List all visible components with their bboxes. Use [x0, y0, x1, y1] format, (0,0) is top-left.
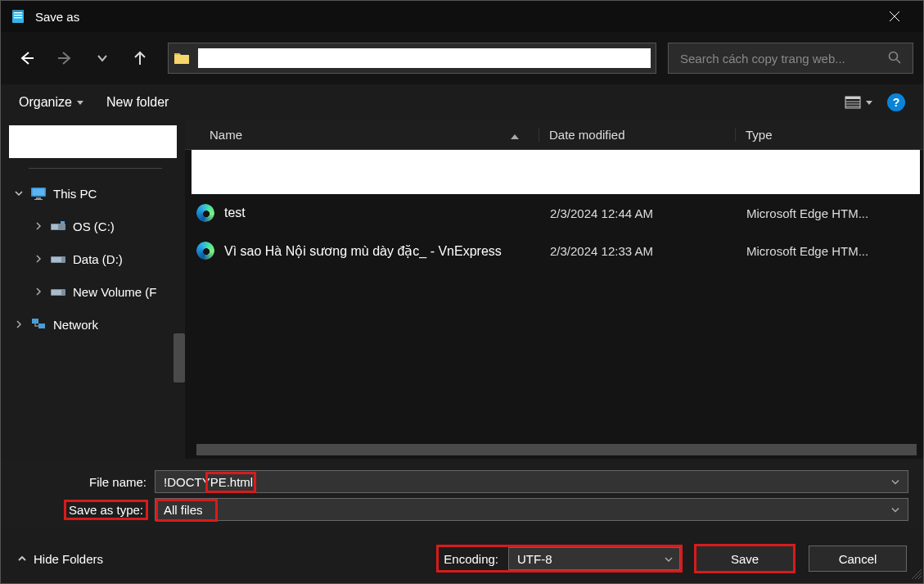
- hide-folders-button[interactable]: Hide Folders: [17, 552, 103, 566]
- file-row[interactable]: Vì sao Hà Nội sương mù dày đặc_ - VnExpr…: [185, 232, 923, 269]
- recent-dropdown[interactable]: [86, 42, 119, 75]
- column-label: Name: [210, 128, 242, 142]
- cancel-label: Cancel: [839, 552, 877, 566]
- svg-rect-17: [61, 221, 65, 224]
- sidebar-scrollbar[interactable]: [174, 333, 185, 383]
- back-button[interactable]: [11, 42, 43, 75]
- chevron-right-icon: [34, 287, 43, 296]
- view-mode-button[interactable]: [845, 96, 872, 109]
- file-name-input[interactable]: !DOCTYPE.html: [155, 470, 908, 493]
- sidebar-item-drive-d[interactable]: Data (D:): [9, 242, 182, 275]
- tree-label: OS (C:): [73, 220, 182, 233]
- chevron-right-icon: [34, 222, 43, 230]
- sort-indicator-icon: [511, 128, 519, 142]
- window-title: Save as: [35, 10, 876, 24]
- tree-label: Data (D:): [73, 252, 182, 266]
- drive-icon: [50, 284, 66, 299]
- forward-button[interactable]: [48, 42, 81, 75]
- address-bar[interactable]: [168, 43, 656, 74]
- edge-file-icon: [196, 242, 214, 260]
- chevron-right-icon: [34, 255, 43, 263]
- svg-rect-1: [14, 12, 22, 13]
- sidebar-item-drive-f[interactable]: New Volume (F: [9, 275, 182, 308]
- file-row[interactable]: test 2/3/2024 12:44 AM Microsoft Edge HT…: [185, 194, 923, 232]
- tree-label: Network: [53, 318, 182, 332]
- horizontal-scrollbar[interactable]: [196, 444, 917, 455]
- file-date: 2/3/2024 12:44 AM: [550, 206, 746, 220]
- network-icon: [30, 317, 47, 332]
- this-pc-icon: [30, 186, 47, 201]
- file-type: Microsoft Edge HTM...: [746, 206, 923, 220]
- column-name[interactable]: Name: [185, 128, 539, 142]
- svg-rect-7: [845, 97, 860, 99]
- drive-icon: [50, 251, 66, 266]
- chevron-up-icon: [17, 554, 27, 564]
- sidebar-item-drive-c[interactable]: OS (C:): [9, 210, 182, 242]
- edge-file-icon: [196, 204, 214, 222]
- svg-rect-22: [32, 319, 38, 324]
- divider: [29, 168, 162, 169]
- column-label: Type: [746, 128, 773, 142]
- address-path-redacted: [198, 48, 651, 68]
- drive-icon: [50, 219, 66, 233]
- sidebar-redacted: [9, 125, 177, 158]
- svg-rect-21: [52, 290, 61, 295]
- sidebar-item-network[interactable]: Network: [9, 308, 182, 341]
- chevron-down-icon: [14, 189, 24, 197]
- save-button[interactable]: Save: [696, 546, 794, 572]
- svg-rect-14: [34, 199, 43, 200]
- column-date[interactable]: Date modified: [539, 128, 735, 142]
- list-view-icon: [845, 96, 861, 109]
- svg-point-5: [890, 52, 898, 60]
- file-date: 2/3/2024 12:33 AM: [550, 244, 746, 258]
- svg-rect-12: [33, 189, 45, 196]
- new-folder-button[interactable]: New folder: [106, 95, 169, 110]
- svg-rect-2: [14, 15, 22, 16]
- save-as-type-label: Save as type:: [65, 501, 146, 518]
- svg-rect-19: [52, 257, 61, 262]
- column-label: Date modified: [549, 128, 625, 142]
- file-name: test: [224, 206, 246, 220]
- chevron-down-icon: [866, 101, 872, 105]
- save-as-type-select[interactable]: All files: [155, 498, 908, 521]
- save-label: Save: [731, 552, 759, 566]
- cancel-button[interactable]: Cancel: [809, 546, 907, 572]
- search-box[interactable]: [668, 43, 913, 74]
- svg-rect-3: [14, 17, 22, 18]
- chevron-down-icon: [77, 101, 83, 105]
- file-row-redacted: [192, 150, 920, 194]
- file-type: Microsoft Edge HTM...: [746, 244, 923, 258]
- titlebar: Save as: [1, 1, 923, 32]
- up-button[interactable]: [124, 42, 156, 75]
- encoding-label: Encoding:: [439, 552, 503, 566]
- organize-menu[interactable]: Organize: [19, 95, 83, 110]
- svg-rect-13: [36, 197, 41, 199]
- action-row: Hide Folders Encoding: UTF-8 Save Cancel: [1, 529, 923, 583]
- chevron-down-icon: [891, 475, 899, 489]
- encoding-select[interactable]: UTF-8: [508, 547, 680, 570]
- organize-label: Organize: [19, 95, 72, 110]
- folder-icon: [174, 52, 190, 65]
- chevron-right-icon: [14, 320, 24, 328]
- column-type[interactable]: Type: [735, 128, 923, 142]
- resize-grip-icon[interactable]: [912, 568, 922, 582]
- file-name: Vì sao Hà Nội sương mù dày đặc_ - VnExpr…: [224, 243, 502, 259]
- sidebar-item-this-pc[interactable]: This PC: [9, 177, 182, 210]
- svg-rect-23: [38, 324, 45, 328]
- close-button[interactable]: [876, 1, 913, 32]
- chevron-down-icon: [665, 552, 673, 566]
- hide-folders-label: Hide Folders: [34, 552, 103, 566]
- search-input[interactable]: [680, 52, 881, 66]
- toolbar: Organize New folder ?: [1, 84, 923, 120]
- sidebar: This PC OS (C:) Data (D:) New Volume (F: [1, 120, 185, 459]
- search-icon[interactable]: [888, 51, 901, 66]
- nav-row: [1, 32, 923, 84]
- new-folder-label: New folder: [106, 95, 169, 110]
- help-button[interactable]: ?: [887, 93, 905, 111]
- notepad-icon: [11, 9, 25, 24]
- file-pane: Name Date modified Type test 2/3/2024 12…: [185, 120, 923, 459]
- chevron-down-icon: [891, 503, 899, 517]
- footer-form: File name: !DOCTYPE.html Save as type: A…: [1, 459, 923, 529]
- tree-label: New Volume (F: [73, 285, 182, 299]
- file-name-label: File name:: [16, 475, 155, 489]
